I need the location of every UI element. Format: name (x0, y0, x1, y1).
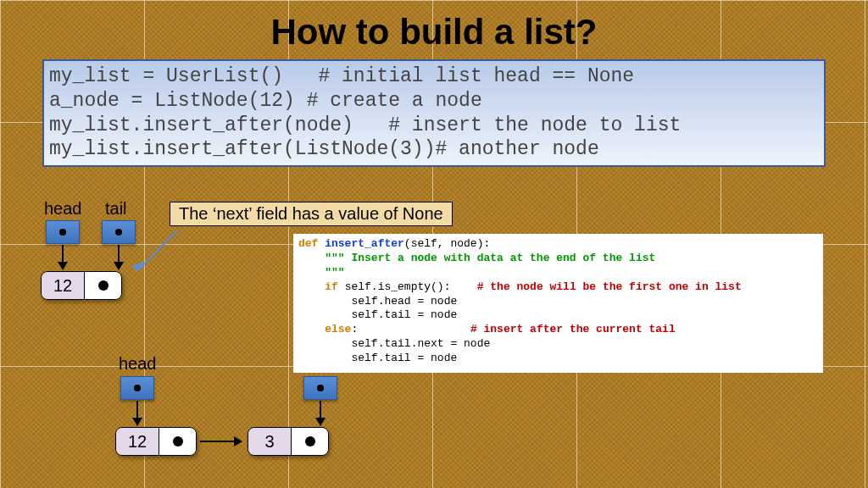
arrow-down-icon (136, 401, 138, 424)
arrow-down-icon (320, 401, 321, 424)
svg-line-0 (137, 230, 177, 271)
head-label: head (44, 199, 82, 219)
head-label: head (119, 354, 157, 374)
callout-note: The ‘next’ field has a value of None (170, 202, 453, 226)
head-pointer-icon (120, 376, 154, 400)
code-line: my_list.insert_after(node) # insert the … (49, 114, 681, 136)
example-code-block: my_list = UserList() # initial list head… (42, 59, 826, 167)
tail-pointer-icon (102, 220, 136, 244)
tail-pointer-icon (303, 376, 337, 400)
callout-arrow-icon (131, 229, 181, 280)
code-line: my_list = UserList() # initial list head… (49, 65, 634, 87)
list-node: 12 (115, 427, 197, 456)
node-next-icon (84, 272, 121, 299)
tail-label: tail (105, 199, 127, 219)
node-value: 12 (116, 428, 159, 455)
list-node: 12 (41, 271, 122, 300)
code-line: a_node = ListNode(12) # create a node (49, 90, 482, 112)
head-pointer-icon (46, 220, 80, 244)
list-node: 3 (248, 427, 329, 456)
arrow-right-icon (200, 441, 241, 442)
node-next-icon (291, 428, 328, 455)
arrow-down-icon (118, 245, 120, 269)
code-line: my_list.insert_after(ListNode(3))# anoth… (49, 138, 599, 160)
arrow-down-icon (62, 245, 64, 269)
page-title: How to build a list? (0, 12, 868, 53)
node-value: 12 (42, 272, 84, 299)
node-next-icon (159, 428, 196, 455)
function-code-block: def insert_after(self, node): """ Insert… (293, 234, 823, 373)
node-value: 3 (248, 428, 291, 455)
